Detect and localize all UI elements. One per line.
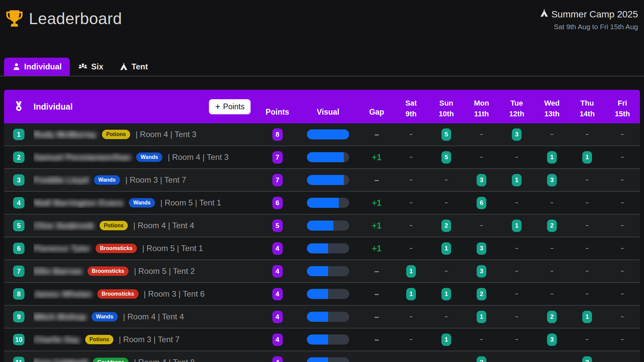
player-name-blurred: Mitch Bishop	[34, 312, 86, 322]
progress-bar	[307, 152, 349, 162]
player-name-blurred: Rudy McMurray	[34, 130, 97, 139]
column-individual: Individual	[34, 102, 73, 112]
points-badge: 4	[272, 242, 283, 255]
day-points-badge: 1	[441, 334, 451, 346]
progress-bar	[307, 129, 349, 139]
day-empty: –	[515, 314, 518, 320]
day-empty: –	[515, 291, 518, 297]
day-empty: –	[621, 177, 624, 183]
gap-value: –	[374, 289, 379, 299]
progress-bar	[307, 221, 349, 231]
player-location: | Room 4 | Tent 8	[134, 358, 195, 362]
day-points-badge: 3	[547, 174, 557, 186]
tab-individual[interactable]: Individual	[4, 58, 70, 76]
leaderboard-row: 2Samuel PenstanworthanWands| Room 4 | Te…	[4, 145, 640, 168]
day-empty: –	[621, 131, 624, 137]
day-empty: –	[480, 131, 483, 137]
day-points-badge: 2	[547, 220, 557, 232]
day-points-badge: 5	[441, 151, 451, 164]
day-points-badge: 1	[477, 311, 486, 323]
player-location: | Room 4 | Tent 3	[168, 153, 228, 162]
day-points-badge: 2	[441, 220, 451, 232]
day-points-badge: 2	[547, 311, 557, 323]
progress-bar	[307, 357, 349, 362]
progress-fill	[307, 152, 344, 162]
leaderboard-row: 3Freddie LloydWands| Room 3 | Tent 77–––…	[4, 168, 640, 191]
day-empty: –	[445, 268, 448, 274]
day-empty: –	[410, 245, 413, 251]
team-badge: Potions	[102, 130, 130, 139]
tab-six[interactable]: Six	[70, 58, 111, 76]
player-location: | Room 4 | Tent 3	[136, 130, 196, 139]
day-points-badge: 2	[477, 356, 486, 362]
leaderboard-row: 6Florence TylerBroomsticks| Room 5 | Ten…	[4, 237, 640, 259]
gap-value: –	[374, 312, 379, 321]
add-points-button[interactable]: + Points	[209, 99, 251, 114]
day-points-badge: 1	[547, 151, 557, 164]
rank-badge: 4	[13, 197, 24, 208]
progress-fill	[307, 266, 328, 276]
points-badge: 4	[272, 288, 283, 300]
column-points: Points	[259, 108, 296, 123]
day-points-badge: 1	[582, 311, 592, 323]
rank-badge: 1	[13, 129, 24, 140]
team-badge: Potions	[85, 335, 114, 344]
day-empty: –	[515, 337, 518, 343]
day-empty: –	[410, 154, 413, 160]
day-empty: –	[410, 200, 413, 206]
column-day-sat: Sat9th	[393, 98, 429, 123]
rank-badge: 5	[13, 220, 24, 231]
day-points-badge: 5	[441, 128, 451, 141]
team-badge: Broomsticks	[88, 266, 129, 276]
player-name-blurred: Florence Tyler	[34, 244, 90, 253]
progress-bar	[307, 335, 349, 345]
player-location: | Room 5 | Tent 2	[134, 266, 195, 276]
day-empty: –	[621, 314, 624, 320]
gap-value: +1	[372, 198, 382, 207]
points-badge: 5	[272, 220, 283, 232]
points-badge: 4	[272, 311, 283, 323]
rank-badge: 11	[13, 357, 24, 362]
day-empty: –	[621, 359, 624, 362]
day-points-badge: 6	[477, 197, 486, 209]
progress-fill	[307, 198, 339, 208]
day-points-badge: 1	[512, 174, 522, 186]
progress-fill	[307, 175, 344, 185]
day-empty: –	[621, 200, 624, 206]
day-points-badge: 1	[441, 242, 451, 255]
leaderboard-table: Individual + Points Points Visual Gap Sa…	[4, 90, 640, 362]
day-empty: –	[480, 337, 483, 343]
tab-bar: IndividualSixTent	[0, 58, 644, 76]
leaderboard-row: 7Ellis BarrowBroomsticks| Room 5 | Tent …	[4, 259, 640, 282]
progress-bar	[307, 198, 349, 208]
event-name: Summer Camp 2025	[551, 9, 638, 20]
day-empty: –	[445, 177, 448, 183]
day-points-badge: 1	[406, 265, 416, 278]
leaderboard-page: Leaderboard Summer Camp 2025 Sat 9th Aug…	[0, 0, 644, 362]
progress-bar	[307, 266, 349, 276]
gap-value: +1	[372, 221, 382, 230]
trophy-icon	[5, 9, 24, 28]
day-points-badge: 2	[582, 356, 592, 362]
day-empty: –	[586, 200, 589, 206]
day-points-badge: 3	[477, 265, 486, 278]
rank-badge: 8	[13, 288, 24, 300]
team-badge: Couldrons	[93, 358, 128, 362]
column-day-tue: Tue12th	[499, 98, 534, 123]
points-badge: 7	[272, 151, 283, 164]
table-header: Individual + Points Points Visual Gap Sa…	[4, 90, 640, 123]
day-empty: –	[480, 223, 483, 229]
leaderboard-row: 4Niall Barrington EvansWands| Room 5 | T…	[4, 191, 640, 214]
progress-fill	[307, 243, 328, 253]
day-empty: –	[550, 131, 553, 137]
team-badge: Broomsticks	[96, 244, 137, 253]
team-badge: Wands	[92, 312, 118, 321]
day-points-badge: 1	[441, 288, 451, 300]
gap-value: –	[374, 358, 379, 362]
team-badge: Wands	[136, 153, 162, 162]
tent-icon	[119, 62, 128, 71]
rank-badge: 10	[13, 334, 24, 345]
tab-tent[interactable]: Tent	[111, 58, 156, 76]
leaderboard-row: 10Charlie DayPotions| Room 3 | Tent 74––…	[4, 328, 640, 351]
progress-fill	[307, 335, 328, 345]
